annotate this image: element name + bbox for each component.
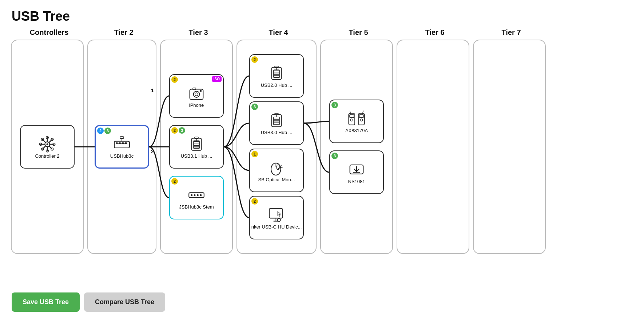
svg-rect-56 (274, 120, 279, 122)
svg-point-43 (197, 194, 199, 196)
iphone-label: iPhone (189, 102, 204, 108)
usb-hub2-icon (267, 64, 286, 82)
svg-rect-47 (274, 70, 280, 78)
svg-rect-50 (274, 75, 279, 77)
usb-hub-icon (187, 135, 206, 153)
ax88179a-badge: 3 (331, 102, 338, 108)
hub-icon (113, 135, 131, 153)
usb31-badges: 2 3 (171, 127, 185, 134)
svg-line-64 (280, 165, 282, 166)
anker-label: nker USB-C HU Devic... (251, 224, 302, 230)
page-title: USB Tree (0, 0, 644, 28)
svg-rect-55 (274, 118, 279, 119)
svg-rect-37 (194, 146, 199, 148)
svg-rect-49 (274, 73, 279, 74)
header-t6: Tier 6 (397, 28, 473, 37)
svg-rect-25 (125, 142, 127, 144)
svg-rect-57 (274, 122, 279, 124)
mouse-badge: 1 (251, 151, 258, 157)
device-ax88179a[interactable]: 3 AX88179A (329, 100, 384, 143)
device-ns1081[interactable]: 3 NS1081 (329, 150, 384, 194)
stem-badge: 2 (171, 178, 178, 185)
header-t5: Tier 5 (320, 28, 397, 37)
device-usb30hub[interactable]: 3 USB3.0 Hub ... (249, 101, 304, 145)
helm-icon (38, 135, 56, 153)
usb31hub-label: USB3.1 Hub ... (181, 153, 212, 159)
svg-line-65 (281, 167, 283, 167)
svg-point-32 (200, 90, 202, 92)
device-usb20hub[interactable]: 2 USB2.0 Hub ... (249, 54, 304, 98)
usb30-badge: 3 (251, 104, 258, 110)
svg-line-8 (43, 139, 45, 142)
switch-icon (187, 186, 206, 204)
usb20hub-label: USB2.0 Hub ... (261, 82, 293, 88)
stem-label: JSBHub3c Stem (179, 204, 214, 210)
svg-point-42 (194, 194, 196, 196)
header-t7: Tier 7 (473, 28, 549, 37)
iphone-badge: 2 (171, 76, 178, 83)
mouse-label: SB Optical Mou... (258, 177, 295, 182)
device-anker-hub[interactable]: 2 nker USB-C HU Devic... (249, 196, 304, 239)
header-controllers: Controllers (11, 28, 87, 37)
device-optical-mouse[interactable]: 1 SB Optical Mou... (249, 149, 304, 192)
svg-rect-77 (359, 114, 364, 117)
svg-point-41 (191, 194, 192, 196)
device-controller2[interactable]: Controller 2 (20, 125, 75, 169)
badge-2-yellow: 2 (171, 127, 178, 134)
usbhub3c-label: USBHub3c (110, 153, 134, 159)
svg-rect-76 (350, 114, 354, 117)
hdd-down-icon (347, 161, 366, 179)
svg-line-9 (49, 146, 52, 149)
header-t2: Tier 2 (87, 28, 160, 37)
ax88179a-label: AX88179A (345, 128, 368, 133)
svg-line-10 (49, 139, 52, 142)
usb20-badge: 2 (251, 56, 258, 63)
svg-rect-23 (119, 142, 121, 144)
tier7-column (473, 40, 546, 254)
svg-line-74 (350, 111, 351, 113)
svg-point-63 (278, 168, 279, 169)
svg-rect-48 (274, 70, 279, 72)
svg-rect-66 (269, 208, 283, 218)
svg-rect-36 (194, 144, 199, 145)
badge-3-green2: 3 (179, 127, 185, 134)
svg-point-30 (195, 93, 198, 96)
usbhub3c-badges: 2 3 (97, 128, 111, 134)
svg-rect-34 (194, 141, 200, 149)
svg-rect-24 (122, 142, 124, 144)
usb30hub-label: USB3.0 Hub ... (261, 130, 293, 135)
svg-point-29 (194, 91, 200, 97)
controller2-label: Controller 2 (35, 153, 59, 159)
device-usbhub3c-stem[interactable]: 2 JSBHub3c Stem (169, 176, 224, 219)
save-usb-tree-button[interactable]: Save USB Tree (12, 292, 80, 312)
tier6-column (397, 40, 469, 254)
ns1081-label: NS1081 (348, 179, 365, 184)
device-usb31hub[interactable]: 2 3 USB3.1 Hub (169, 125, 224, 169)
svg-point-3 (47, 143, 48, 145)
device-iphone[interactable]: 2 ISO iPhone (169, 74, 224, 118)
svg-line-11 (43, 146, 45, 149)
anker-badge: 2 (251, 198, 258, 205)
compare-usb-tree-button[interactable]: Compare USB Tree (84, 292, 165, 312)
device-usbhub3c[interactable]: 2 3 USBHub3c (95, 125, 149, 169)
svg-point-79 (360, 119, 363, 121)
monitor-touch-icon (267, 206, 286, 224)
radio-icon (347, 110, 366, 128)
badge-3-green: 3 (104, 128, 111, 134)
svg-rect-35 (194, 141, 199, 143)
svg-point-69 (278, 218, 281, 221)
svg-line-75 (363, 111, 363, 113)
ns1081-badge: 3 (331, 153, 338, 159)
badge-2-blue: 2 (97, 128, 104, 134)
mouse-icon (267, 159, 286, 177)
header-t3: Tier 3 (160, 28, 236, 37)
svg-rect-22 (116, 142, 118, 144)
usb-hub3-icon (267, 112, 286, 130)
svg-point-44 (200, 194, 202, 196)
header-t4: Tier 4 (236, 28, 320, 37)
svg-rect-54 (274, 117, 280, 125)
camera-icon (187, 84, 206, 102)
iso-tag: ISO (212, 76, 222, 82)
svg-point-78 (350, 119, 353, 121)
svg-rect-27 (120, 137, 124, 138)
